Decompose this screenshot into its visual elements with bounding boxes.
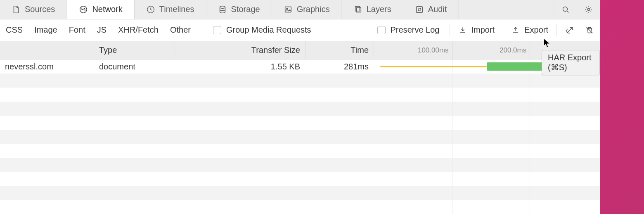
svg-point-0 [80, 6, 87, 13]
tab-storage[interactable]: Storage [206, 0, 272, 19]
settings-button[interactable] [577, 0, 600, 19]
image-icon [284, 5, 293, 14]
empty-row [0, 186, 600, 200]
empty-row [0, 144, 600, 158]
tab-sources[interactable]: Sources [0, 0, 67, 19]
empty-row [0, 172, 600, 186]
cell-size [175, 158, 305, 172]
cell-waterfall [374, 74, 600, 88]
download-icon [458, 26, 467, 35]
empty-row [0, 130, 600, 144]
tick-line [452, 41, 452, 59]
empty-row [0, 88, 600, 102]
svg-rect-6 [356, 7, 361, 12]
waterfall-wait-bar [380, 66, 487, 67]
cell-type [94, 102, 175, 116]
tab-layers[interactable]: Layers [342, 0, 403, 19]
empty-row [0, 74, 600, 88]
cell-name: neverssl.com [0, 59, 94, 74]
cell-type: document [94, 59, 175, 74]
network-icon [79, 5, 88, 14]
separator [556, 24, 557, 36]
checkbox-icon [213, 26, 221, 34]
cell-waterfall [374, 130, 600, 144]
cell-type [94, 116, 175, 130]
swap-icon [415, 5, 424, 14]
cell-time [305, 158, 374, 172]
cell-size [175, 102, 305, 116]
tabs-spacer [459, 0, 554, 19]
cell-time [305, 130, 374, 144]
file-icon [12, 5, 21, 14]
tab-timelines[interactable]: Timelines [135, 0, 206, 19]
button-label: Export [524, 25, 548, 35]
tick-line [530, 41, 530, 59]
filter-image[interactable]: Image [28, 25, 63, 35]
svg-point-8 [563, 7, 567, 11]
tab-audit[interactable]: Audit [403, 0, 459, 19]
column-header-type[interactable]: Type [94, 41, 175, 59]
cell-name [0, 74, 94, 88]
clear-button[interactable] [585, 26, 594, 35]
cell-name [0, 158, 94, 172]
import-button[interactable]: Import [456, 25, 497, 35]
cell-name [0, 186, 94, 200]
cell-name [0, 144, 94, 158]
button-label: Import [471, 25, 495, 35]
checkbox-label: Preserve Log [391, 25, 440, 35]
tab-network[interactable]: Network [67, 0, 134, 19]
cell-time [305, 102, 374, 116]
column-header-name[interactable] [0, 41, 94, 59]
disable-cache-icon[interactable] [565, 26, 574, 35]
search-button[interactable] [554, 0, 577, 19]
tab-label: Network [92, 5, 122, 14]
svg-rect-3 [285, 7, 291, 12]
cell-time [305, 186, 374, 200]
cell-waterfall [374, 116, 600, 130]
cell-size [175, 130, 305, 144]
filter-js[interactable]: JS [91, 25, 112, 35]
cell-type [94, 144, 175, 158]
cell-type [94, 158, 175, 172]
request-row[interactable]: neverssl.comdocument1.55 KB281ms [0, 59, 600, 74]
filter-css[interactable]: CSS [0, 25, 28, 35]
export-button[interactable]: Export [509, 25, 551, 35]
checkbox-icon [377, 26, 386, 34]
column-header-time[interactable]: Time [305, 41, 374, 59]
layers-icon [353, 5, 362, 14]
tab-graphics[interactable]: Graphics [272, 0, 342, 19]
filter-other[interactable]: Other [164, 25, 197, 35]
cell-name [0, 130, 94, 144]
empty-row [0, 102, 600, 116]
svg-rect-5 [355, 7, 360, 11]
tab-label: Layers [367, 5, 391, 14]
cell-time [305, 88, 374, 102]
column-header-size[interactable]: Transfer Size [175, 41, 305, 59]
preserve-log-checkbox[interactable]: Preserve Log [373, 25, 444, 35]
cell-time [305, 116, 374, 130]
tick-label: 100.00ms [418, 46, 452, 55]
cell-time [305, 172, 374, 186]
cell-time [305, 74, 374, 88]
cell-size [175, 116, 305, 130]
cell-name [0, 116, 94, 130]
cell-name [0, 172, 94, 186]
filter-xhr[interactable]: XHR/Fetch [112, 25, 164, 35]
cell-type [94, 186, 175, 200]
cell-waterfall [374, 88, 600, 102]
cell-type [94, 74, 175, 88]
column-headers: Type Transfer Size Time 100.00ms200.0ms [0, 41, 600, 59]
cell-time: 281ms [305, 59, 374, 74]
cell-size [175, 200, 305, 214]
tab-label: Timelines [159, 5, 194, 14]
svg-point-2 [220, 6, 225, 9]
clock-icon [146, 5, 155, 14]
cell-waterfall [374, 200, 600, 214]
request-rows: neverssl.comdocument1.55 KB281ms [0, 59, 600, 214]
filter-font[interactable]: Font [63, 25, 91, 35]
cell-name [0, 102, 94, 116]
tick-label: 200.0ms [500, 46, 530, 55]
cell-time [305, 200, 374, 214]
cell-time [305, 144, 374, 158]
group-media-checkbox[interactable]: Group Media Requests [209, 25, 315, 35]
